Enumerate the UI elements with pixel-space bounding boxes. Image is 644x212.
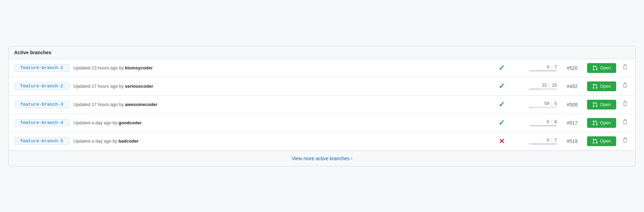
row-actions: Open bbox=[587, 136, 630, 146]
diff-separator: | bbox=[550, 119, 554, 124]
chevron-right-icon: › bbox=[351, 156, 352, 161]
delete-branch-button[interactable] bbox=[620, 118, 630, 127]
branch-meta: Updated 13 hours ago by klumsycoder bbox=[73, 65, 488, 70]
diff-numbers: 0 | 7 bbox=[547, 137, 557, 143]
branch-meta: Updated a day ago by goodcoder bbox=[73, 120, 488, 125]
trash-icon bbox=[622, 119, 628, 125]
branch-name[interactable]: feature-branch-1 bbox=[14, 64, 69, 71]
branch-author: klumsycoder bbox=[125, 65, 153, 70]
delete-branch-button[interactable] bbox=[620, 100, 630, 109]
diff-bar bbox=[529, 143, 557, 145]
status-icon: ✕ bbox=[488, 137, 515, 145]
diff-bar-fill bbox=[529, 143, 557, 145]
row-actions: Open bbox=[587, 118, 630, 128]
status-success-icon: ✓ bbox=[499, 64, 505, 73]
branch-row: feature-branch-5 Updated a day ago by ba… bbox=[9, 132, 635, 151]
panel-footer: View more active branches › bbox=[9, 151, 635, 166]
pull-request-icon bbox=[592, 120, 598, 126]
branch-list: feature-branch-1 Updated 13 hours ago by… bbox=[9, 59, 635, 151]
branch-author: badcoder bbox=[119, 138, 139, 144]
diff-separator: | bbox=[550, 137, 554, 143]
view-more-label: View more active branches bbox=[292, 156, 350, 161]
status-icon: ✓ bbox=[488, 82, 515, 91]
open-btn-label: Open bbox=[600, 102, 611, 107]
row-actions: Open bbox=[587, 100, 630, 109]
delete-branch-button[interactable] bbox=[620, 137, 630, 145]
diff-numbers: 0 | 8 bbox=[547, 119, 557, 124]
diff-separator: | bbox=[547, 83, 551, 88]
pull-request-icon bbox=[592, 138, 598, 144]
diff-numbers: 22 | 15 bbox=[542, 83, 557, 88]
panel-title: Active branches bbox=[14, 50, 51, 55]
trash-icon bbox=[622, 83, 628, 88]
status-success-icon: ✓ bbox=[499, 100, 505, 109]
diff-stats: 22 | 15 bbox=[515, 83, 557, 90]
open-pr-button[interactable]: Open bbox=[587, 118, 616, 128]
open-btn-label: Open bbox=[600, 138, 611, 144]
diff-bar bbox=[529, 107, 557, 108]
branch-row: feature-branch-2 Updated 17 hours ago by… bbox=[9, 77, 635, 96]
status-icon: ✓ bbox=[488, 100, 515, 109]
branch-row: feature-branch-4 Updated a day ago by go… bbox=[9, 114, 635, 132]
branch-author: awesomecoder bbox=[125, 102, 158, 107]
commits-ahead: 0 bbox=[547, 137, 549, 143]
branch-name[interactable]: feature-branch-3 bbox=[14, 101, 69, 108]
diff-separator: | bbox=[550, 64, 554, 69]
open-btn-label: Open bbox=[600, 65, 611, 70]
commits-behind: 8 bbox=[554, 119, 557, 124]
branch-name[interactable]: feature-branch-5 bbox=[14, 137, 69, 145]
diff-bar-fill bbox=[529, 125, 557, 126]
branch-meta: Updated 17 hours ago by seriouscoder bbox=[73, 84, 488, 89]
diff-bar-fill bbox=[529, 88, 541, 90]
branch-author: seriouscoder bbox=[125, 84, 153, 89]
commits-ahead: 0 bbox=[547, 119, 549, 124]
diff-stats: 0 | 8 bbox=[515, 119, 557, 126]
diff-separator: | bbox=[550, 101, 554, 106]
diff-stats: 0 | 7 bbox=[515, 137, 557, 145]
pr-number: #520 bbox=[557, 65, 577, 71]
trash-icon bbox=[622, 101, 628, 106]
view-more-link[interactable]: View more active branches › bbox=[292, 156, 352, 161]
pr-number: #492 bbox=[557, 84, 577, 89]
open-pr-button[interactable]: Open bbox=[587, 136, 616, 146]
delete-branch-button[interactable] bbox=[620, 64, 630, 72]
open-pr-button[interactable]: Open bbox=[587, 81, 616, 91]
diff-bar bbox=[529, 88, 557, 90]
commits-behind: 7 bbox=[554, 64, 557, 69]
branch-row: feature-branch-3 Updated 17 hours ago by… bbox=[9, 96, 635, 114]
pull-request-icon bbox=[592, 102, 598, 107]
open-pr-button[interactable]: Open bbox=[587, 63, 616, 73]
commits-ahead: 59 bbox=[544, 101, 549, 106]
diff-bar-fill bbox=[529, 107, 531, 108]
panel-header: Active branches bbox=[9, 46, 635, 59]
diff-bar-fill bbox=[529, 70, 557, 71]
branch-meta: Updated a day ago by badcoder bbox=[73, 138, 488, 144]
delete-branch-button[interactable] bbox=[620, 82, 630, 90]
open-pr-button[interactable]: Open bbox=[587, 100, 616, 109]
branch-meta: Updated 17 hours ago by awesomecoder bbox=[73, 102, 488, 107]
status-icon: ✓ bbox=[488, 64, 515, 73]
commits-ahead: 22 bbox=[542, 83, 547, 88]
status-icon: ✓ bbox=[488, 118, 515, 127]
pr-number: #519 bbox=[557, 138, 577, 144]
row-actions: Open bbox=[587, 81, 630, 91]
commits-ahead: 0 bbox=[547, 64, 549, 69]
branch-author: goodcoder bbox=[119, 120, 142, 125]
open-btn-label: Open bbox=[600, 120, 611, 125]
branch-row: feature-branch-1 Updated 13 hours ago by… bbox=[9, 59, 635, 77]
status-success-icon: ✓ bbox=[499, 82, 505, 91]
open-btn-label: Open bbox=[600, 84, 611, 89]
commits-behind: 7 bbox=[554, 137, 557, 143]
pull-request-icon bbox=[592, 65, 598, 71]
row-actions: Open bbox=[587, 63, 630, 73]
diff-numbers: 59 | 5 bbox=[544, 101, 557, 106]
pr-number: #517 bbox=[557, 120, 577, 126]
diff-numbers: 0 | 7 bbox=[547, 64, 557, 69]
pr-number: #508 bbox=[557, 102, 577, 107]
pull-request-icon bbox=[592, 84, 598, 89]
branch-name[interactable]: feature-branch-4 bbox=[14, 119, 69, 126]
diff-stats: 0 | 7 bbox=[515, 64, 557, 71]
diff-bar bbox=[529, 70, 557, 71]
diff-bar bbox=[529, 125, 557, 126]
branch-name[interactable]: feature-branch-2 bbox=[14, 83, 69, 90]
